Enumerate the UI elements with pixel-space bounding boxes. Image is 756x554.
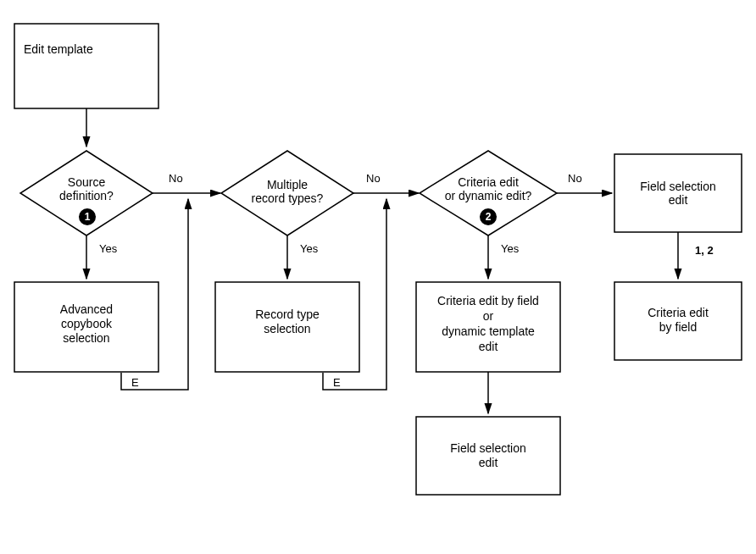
- label-no-1: No: [169, 172, 183, 185]
- label-yes-1: Yes: [99, 242, 118, 255]
- label-yes-2: Yes: [300, 242, 319, 255]
- criteria-line1: Criteria edit: [458, 175, 519, 189]
- critbyfield-line2: or: [483, 309, 494, 323]
- node-edit-template: [14, 24, 158, 108]
- fieldsel-line2: edit: [669, 193, 688, 207]
- edit-template-label: Edit template: [24, 42, 93, 56]
- label-yes-3: Yes: [501, 242, 520, 255]
- advcopy-line1: Advanced: [60, 302, 113, 316]
- recordtype-line2: selection: [264, 322, 310, 335]
- source-def-line1: Source: [68, 175, 106, 189]
- rightcrit-line1: Criteria edit: [648, 306, 709, 319]
- critbyfield-line1: Criteria edit by field: [437, 294, 539, 307]
- rightcrit-line2: by field: [659, 320, 697, 334]
- advcopy-line2: copybook: [61, 317, 113, 330]
- bottomfield-line2: edit: [479, 456, 498, 469]
- label-no-2: No: [366, 172, 381, 185]
- multrec-line1: Multiple: [267, 178, 308, 191]
- multrec-line2: record types?: [252, 191, 324, 205]
- annotation-2-label: 2: [486, 211, 492, 223]
- recordtype-line1: Record type: [255, 307, 320, 321]
- annotation-1-label: 1: [85, 211, 91, 223]
- bottomfield-line1: Field selection: [450, 441, 526, 455]
- advcopy-line3: selection: [63, 331, 109, 345]
- criteria-line2: or dynamic edit?: [445, 189, 532, 202]
- label-ref-1-2: 1, 2: [695, 244, 714, 257]
- fieldsel-line1: Field selection: [640, 180, 716, 193]
- label-e-1: E: [131, 376, 139, 389]
- critbyfield-line3: dynamic template: [442, 324, 535, 338]
- source-def-line2: definition?: [59, 189, 114, 202]
- label-no-3: No: [568, 172, 582, 185]
- label-e-2: E: [333, 376, 341, 389]
- critbyfield-line4: edit: [479, 340, 498, 353]
